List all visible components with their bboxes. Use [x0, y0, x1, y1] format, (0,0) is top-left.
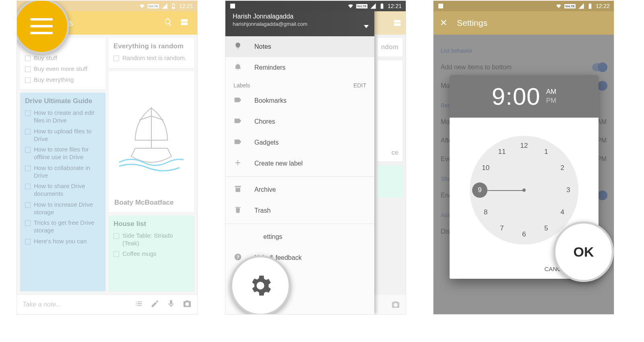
search-icon[interactable] [160, 18, 176, 28]
wifi-icon [555, 3, 562, 9]
clock-hour-11[interactable]: 11 [494, 144, 510, 160]
lightbulb-icon [233, 42, 242, 52]
ship-drawing [114, 77, 188, 195]
signal-icon [370, 3, 376, 9]
account-dropdown-icon[interactable] [364, 23, 369, 31]
nav-item-archive[interactable]: Archive [225, 179, 374, 200]
battery-icon [170, 3, 177, 9]
clock-hour-3[interactable]: 3 [561, 182, 576, 198]
signal-icon [578, 3, 584, 9]
note-card-drawing[interactable]: Boaty McBoatface [109, 71, 194, 212]
status-time: 12:21 [179, 3, 193, 9]
camera-icon[interactable] [183, 299, 192, 310]
signal-icon [161, 3, 168, 9]
status-time: 12:22 [596, 3, 610, 9]
archive-icon [233, 185, 242, 195]
notes-grid[interactable]: List time! Buy stuff Buy even more stuff… [17, 35, 197, 294]
clock-hour-7[interactable]: 7 [494, 221, 510, 236]
ok-button-highlight[interactable]: OK [553, 222, 614, 282]
close-icon[interactable]: ✕ [440, 18, 447, 28]
clock-hour-2[interactable]: 2 [555, 160, 570, 176]
reminder-icon [233, 63, 242, 73]
battery-icon [587, 3, 593, 9]
compose-bar[interactable]: Take a note... [17, 294, 197, 314]
clock-hour-9[interactable]: 9 [472, 182, 487, 198]
wifi-icon [347, 3, 354, 9]
time-picker-header: 9:00 AM PM [450, 75, 599, 118]
selected-time[interactable]: 9:00 [492, 83, 541, 110]
gear-icon [247, 272, 274, 299]
note-card-random[interactable]: Everything is random Random text is rand… [109, 38, 194, 68]
am-toggle[interactable]: AM [546, 88, 557, 96]
svg-rect-1 [181, 19, 188, 22]
settings-highlight[interactable] [230, 255, 291, 314]
pm-toggle[interactable]: PM [546, 97, 557, 105]
phone-screenshot-3: VoLTE 12:22 ✕ Settings List behavior Add… [433, 1, 614, 314]
nav-item-notes[interactable]: Notes [225, 36, 374, 57]
list-icon[interactable] [134, 299, 143, 310]
status-bar: VoLTE 12:22 [433, 1, 614, 11]
volte-indicator: VoLTE [356, 4, 367, 8]
status-bar: VoLTE 12:21 [225, 1, 406, 11]
clock-hour-10[interactable]: 10 [478, 160, 493, 176]
take-note-input[interactable]: Take a note... [23, 301, 127, 308]
label-icon [233, 118, 242, 126]
labels-edit-button[interactable]: EDIT [353, 82, 366, 89]
clock-hour-8[interactable]: 8 [478, 205, 493, 220]
clock-hour-5[interactable]: 5 [539, 221, 554, 236]
note-title: Everything is random [114, 42, 189, 50]
clock-hour-12[interactable]: 12 [516, 138, 532, 153]
clock-hour-1[interactable]: 1 [539, 144, 554, 160]
clock-hour-4[interactable]: 4 [555, 205, 570, 220]
drawing-caption: Boaty McBoatface [114, 199, 188, 207]
image-icon [229, 3, 236, 9]
note-title: Drive Ultimate Guide [25, 97, 101, 105]
phone-screenshot-1: VoLTE 12:21 Notes List time! Buy stuff B… [17, 1, 197, 314]
plus-icon [233, 159, 242, 168]
volte-indicator: VoLTE [564, 4, 576, 8]
labels-section-header: Labels EDIT [225, 78, 374, 90]
view-toggle-icon[interactable] [176, 18, 192, 28]
mic-icon[interactable] [167, 299, 175, 310]
hamburger-icon [30, 18, 53, 34]
note-card-house-list[interactable]: House list Side Table: Striado (Teak) Co… [109, 216, 194, 291]
volte-indicator: VoLTE [148, 4, 159, 8]
image-icon [438, 3, 444, 9]
battery-icon [379, 3, 385, 9]
create-new-label[interactable]: Create new label [225, 153, 374, 174]
svg-rect-2 [181, 23, 188, 25]
account-email: harishjonnalagadda@gmail.com [233, 21, 374, 27]
label-gadgets[interactable]: Gadgets [225, 132, 374, 153]
settings-title: Settings [457, 18, 487, 28]
help-icon: ? [233, 253, 242, 263]
trash-icon [233, 206, 242, 216]
label-icon [233, 97, 242, 105]
label-chores[interactable]: Chores [225, 111, 374, 132]
status-time: 12:21 [388, 3, 402, 9]
label-bookmarks[interactable]: Bookmarks [225, 90, 374, 111]
note-title: House list [114, 220, 189, 228]
account-name: Harish Jonnalagadda [233, 13, 374, 20]
phone-screenshot-2: ndom ce VoLTE 12:21 Harish Jonnalagadda … [225, 1, 406, 314]
note-card-drive-guide[interactable]: Drive Ultimate Guide How to create and e… [20, 93, 105, 291]
clock-hour-6[interactable]: 6 [516, 227, 532, 242]
svg-rect-0 [173, 4, 175, 7]
svg-text:?: ? [236, 254, 239, 259]
draw-icon[interactable] [151, 299, 159, 310]
nav-item-settings[interactable]: ettings [225, 226, 374, 247]
settings-app-bar: ✕ Settings [433, 11, 614, 35]
nav-item-reminders[interactable]: Reminders [225, 57, 374, 78]
label-icon [233, 139, 242, 147]
wifi-icon [139, 3, 145, 9]
nav-item-trash[interactable]: Trash [225, 200, 374, 221]
